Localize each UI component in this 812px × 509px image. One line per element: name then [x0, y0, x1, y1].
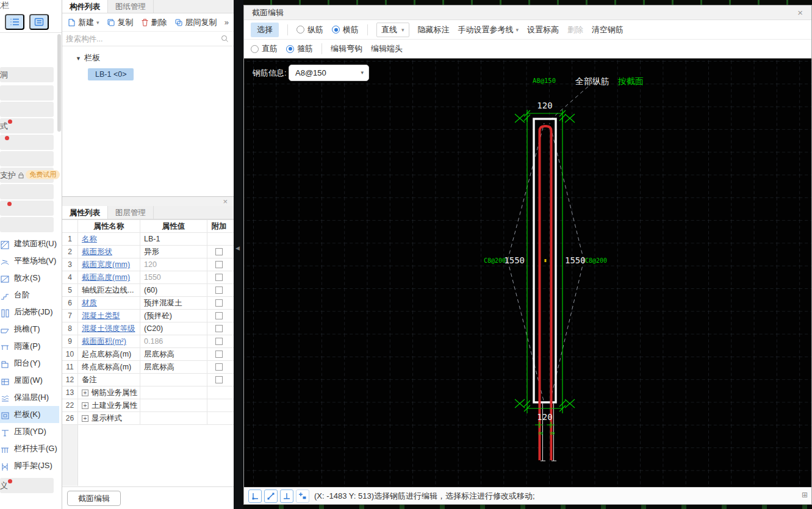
sidebar-item-balcony[interactable]: 阳台(Y)	[0, 355, 59, 372]
copy-button[interactable]: 复制	[107, 17, 134, 28]
table-row[interactable]: 3 截面宽度(mm) 120	[62, 258, 234, 271]
clear-rebar-button[interactable]: 清空钢筋	[592, 24, 623, 35]
tree-item-lb1[interactable]: LB-1 <0>	[88, 68, 134, 80]
table-row[interactable]: 4 截面高度(mm) 1550	[62, 271, 234, 284]
edit-hook-button[interactable]: 编辑弯钩	[331, 43, 362, 54]
sidebar-item-scaffolding[interactable]: 脚手架(JS)	[0, 457, 59, 474]
sidebar-item-roof[interactable]: 屋面(W)	[0, 372, 59, 389]
tab-layer-management[interactable]: 图层管理	[108, 206, 154, 219]
radio-icon[interactable]	[251, 45, 259, 53]
layer-copy-button[interactable]: 层间复制	[174, 17, 217, 28]
tab-component-list[interactable]: 构件列表	[62, 0, 108, 13]
radio-stirrup[interactable]: 箍筋	[286, 43, 313, 54]
nav-row-fragment[interactable]	[0, 217, 54, 232]
select-tool-button[interactable]: 选择	[251, 23, 279, 37]
sidebar-item-post-cast-strip[interactable]: 后浇带(JD)	[0, 304, 59, 321]
point-snap-button[interactable]	[296, 489, 309, 503]
dim-top-text[interactable]: 120	[537, 101, 552, 110]
sidebar-item-apron[interactable]: 散水(S)	[0, 269, 59, 287]
ortho-axis-button[interactable]	[248, 489, 262, 503]
attach-checkbox[interactable]	[215, 363, 223, 371]
grid-icon[interactable]: ⊞	[802, 491, 808, 499]
nav-row-fragment[interactable]: 式	[0, 118, 54, 133]
perpendicular-snap-button[interactable]	[280, 489, 293, 503]
manual-reference-line-button[interactable]: 手动设置参考线▾	[458, 24, 519, 35]
sidebar-item-insulation[interactable]: 保温层(H)	[0, 389, 59, 406]
table-row[interactable]: 5 轴线距左边线... (60)	[62, 284, 234, 297]
table-row[interactable]: 11 终点底标高(m) 层底标高	[62, 361, 234, 374]
left-stirrup-label[interactable]: C8@200	[484, 257, 506, 264]
table-row[interactable]: 10 起点底标高(m) 层底标高	[62, 348, 234, 361]
radio-icon[interactable]	[332, 26, 340, 34]
table-row[interactable]: 8 混凝土强度等级 (C20)	[62, 322, 234, 335]
delete-button[interactable]: 删除	[141, 17, 167, 28]
attach-checkbox[interactable]	[215, 287, 223, 294]
sidebar-item-site-leveling[interactable]: 平整场地(V)	[0, 252, 59, 269]
table-row[interactable]: 6 材质 预拌混凝土	[62, 297, 234, 310]
attach-checkbox[interactable]	[215, 376, 223, 383]
sidebar-item-coping[interactable]: 压顶(YD)	[0, 423, 59, 440]
table-row[interactable]: 2 截面形状 异形	[62, 246, 234, 258]
section-canvas[interactable]: 8 8 A8@150 全部纵筋 按截面 120 1550 1550 C8@200…	[244, 59, 811, 487]
nav-scrollbar[interactable]	[57, 34, 61, 132]
line-type-dropdown[interactable]: 直线▾	[376, 23, 409, 37]
table-row[interactable]: 12 备注	[62, 374, 234, 386]
edit-end-button[interactable]: 编辑端头	[371, 43, 403, 54]
right-stirrup-label[interactable]: C8@200	[585, 257, 607, 264]
radio-longitudinal[interactable]: 纵筋	[296, 24, 323, 35]
collapse-panel-icon[interactable]: ◀	[235, 245, 240, 251]
table-row[interactable]: 1 名称 LB-1	[62, 233, 234, 246]
nav-row-fragment[interactable]	[0, 184, 54, 199]
sidebar-item-canopy[interactable]: 雨蓬(P)	[0, 338, 59, 355]
rebar-info-dropdown[interactable]: A8@150 ▾	[289, 65, 369, 81]
dim-left-text[interactable]: 1550	[504, 255, 525, 265]
tree-group-parapet[interactable]: ▼栏板	[62, 52, 234, 63]
sidebar-item-railing-handrail[interactable]: 栏杆扶手(G)	[0, 440, 59, 457]
table-row[interactable]: 7 混凝土类型 (预拌砼)	[62, 310, 234, 322]
tab-drawing-management[interactable]: 图纸管理	[108, 0, 154, 13]
nav-row-fragment[interactable]	[0, 151, 54, 166]
new-button[interactable]: 新建▾	[67, 17, 99, 28]
radio-straight-bar[interactable]: 直筋	[251, 43, 278, 54]
sidebar-item-eaves[interactable]: 挑檐(T)	[0, 321, 59, 338]
search-input[interactable]	[62, 32, 234, 46]
list-view-button[interactable]	[5, 14, 24, 30]
table-group-row[interactable]: 13 +钢筋业务属性	[62, 386, 234, 399]
attach-checkbox[interactable]	[215, 274, 223, 281]
nav-row-fragment[interactable]: 洞	[0, 67, 54, 82]
sidebar-item-steps[interactable]: 台阶	[0, 287, 59, 304]
close-icon[interactable]: ×	[797, 5, 803, 20]
nav-row-fragment[interactable]	[0, 135, 54, 150]
attach-checkbox[interactable]	[215, 248, 223, 255]
nav-row-fragment[interactable]	[0, 85, 54, 101]
tree-expand-icon[interactable]: ▼	[76, 55, 81, 62]
section-edit-button[interactable]: 截面编辑	[67, 491, 121, 506]
sidebar-item-building-area[interactable]: 建筑面积(U)	[0, 235, 59, 252]
set-elevation-button[interactable]: 设置标高	[527, 24, 559, 35]
attach-checkbox[interactable]	[215, 351, 223, 358]
expand-icon[interactable]: +	[82, 402, 88, 409]
nav-row-fragment[interactable]	[0, 201, 54, 216]
attach-checkbox[interactable]	[215, 338, 223, 345]
sidebar-item-parapet-panel[interactable]: 栏板(K)	[0, 406, 59, 423]
card-view-button[interactable]	[29, 14, 49, 30]
polar-line-button[interactable]	[264, 489, 278, 503]
dim-bottom-text[interactable]: 120	[537, 412, 552, 422]
more-tools-button[interactable]: »	[225, 18, 229, 27]
table-row[interactable]: 9 截面面积(m²) 0.186	[62, 335, 234, 348]
tab-property-list[interactable]: 属性列表	[62, 206, 108, 219]
attach-checkbox[interactable]	[215, 325, 223, 332]
hide-annotation-button[interactable]: 隐藏标注	[418, 24, 450, 35]
expand-icon[interactable]: +	[82, 390, 88, 396]
close-icon[interactable]: ×	[223, 197, 228, 207]
attach-checkbox[interactable]	[215, 312, 223, 319]
delete-rebar-button[interactable]: 删除	[567, 24, 583, 35]
nav-row-fragment[interactable]	[0, 102, 54, 117]
dim-right-text[interactable]: 1550	[565, 255, 586, 265]
nav-row-fragment[interactable]: 支护 免费试用	[0, 168, 54, 183]
expand-icon[interactable]: +	[82, 415, 88, 422]
radio-icon[interactable]	[286, 45, 294, 53]
table-group-row[interactable]: 26 +显示样式	[62, 412, 234, 425]
table-group-row[interactable]: 22 +土建业务属性	[62, 399, 234, 412]
attach-checkbox[interactable]	[215, 299, 223, 307]
